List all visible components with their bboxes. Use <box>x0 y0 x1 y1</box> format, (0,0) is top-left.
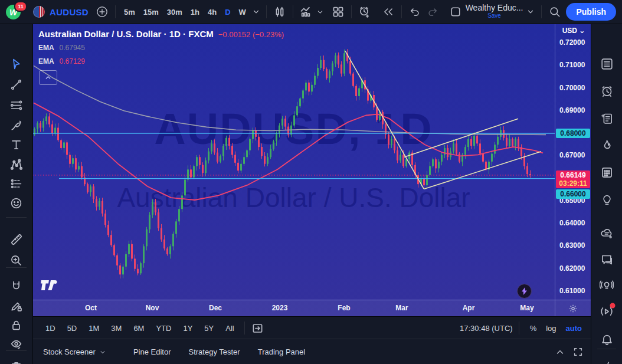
symbol-search-button[interactable]: AUDUSD <box>50 7 89 17</box>
account-menu-button[interactable]: W 11 <box>5 3 25 21</box>
publish-button[interactable]: Publish <box>566 3 616 21</box>
range-button-1m[interactable]: 1M <box>84 322 104 335</box>
price-axis[interactable]: USD ⌄ 0.720000.710000.700000.690000.6700… <box>555 24 591 300</box>
layout-menu-chevron[interactable] <box>524 3 537 21</box>
tool-lock-all[interactable] <box>6 316 27 334</box>
candle-body <box>110 235 112 245</box>
tool-emoji[interactable] <box>6 194 27 212</box>
range-button-6m[interactable]: 6M <box>129 322 149 335</box>
minds-button[interactable] <box>597 224 617 242</box>
ideas-stream-button[interactable] <box>597 276 617 294</box>
quick-search-button[interactable] <box>546 3 564 21</box>
layout-name-menu[interactable]: Wealthy Educ... Save <box>466 4 523 19</box>
timeframe-group: 5m15m30m1h4hDW <box>120 5 250 19</box>
range-button-1d[interactable]: 1D <box>41 322 60 335</box>
tradingview-logo[interactable] <box>41 280 58 293</box>
hotlists-button[interactable] <box>597 136 617 154</box>
range-button-all[interactable]: All <box>221 322 238 335</box>
timeframe-menu-button[interactable] <box>250 3 262 21</box>
go-to-date-button[interactable] <box>249 319 267 337</box>
layout-grid-button[interactable] <box>329 3 347 21</box>
candle-body <box>60 140 62 148</box>
candle-body <box>473 136 475 146</box>
create-alert-button[interactable] <box>356 3 374 21</box>
chart-title[interactable]: Australian Dollar / U.S. Dollar · 1D · F… <box>38 29 214 39</box>
tool-drawing-mode[interactable] <box>6 297 27 314</box>
range-button-3m[interactable]: 3M <box>106 322 126 335</box>
price-tick-label: 0.70000 <box>555 84 591 92</box>
log-scale-button[interactable]: log <box>541 322 561 335</box>
indicator-name: EMA <box>38 44 54 52</box>
tool-zoom-in[interactable] <box>6 251 27 269</box>
axis-corner-divider <box>555 300 555 316</box>
candlestick-icon <box>274 6 286 18</box>
footer-tab-trading-panel[interactable]: Trading Panel <box>258 347 305 356</box>
range-button-5y[interactable]: 5Y <box>199 322 218 335</box>
candle-body <box>243 157 245 163</box>
tool-remove-all[interactable] <box>6 358 27 364</box>
streams-button[interactable] <box>597 303 617 320</box>
indicator-row-ema1[interactable]: EMA 0.67945 <box>38 43 284 53</box>
footer-tab-pine-editor[interactable]: Pine Editor <box>133 347 171 356</box>
indicator-templates-button[interactable] <box>315 3 326 21</box>
range-button-5d[interactable]: 5D <box>63 322 82 335</box>
timeframe-button-W[interactable]: W <box>235 5 250 19</box>
tool-cursor[interactable] <box>6 55 27 73</box>
footer-tab-stock-screener[interactable]: Stock Screener <box>43 347 106 356</box>
chevron-down-icon <box>99 349 106 356</box>
timeframe-button-1h[interactable]: 1h <box>186 5 204 19</box>
notifications-button[interactable] <box>597 331 617 349</box>
range-button-1y[interactable]: 1Y <box>178 322 197 335</box>
timeframe-button-5m[interactable]: 5m <box>120 5 139 19</box>
indicators-button[interactable] <box>297 3 315 21</box>
tool-fib-retracement[interactable] <box>6 96 27 114</box>
legend-collapse-button[interactable] <box>39 70 57 85</box>
lock-icon <box>10 319 22 332</box>
watchlist-icon <box>600 57 614 71</box>
top-toolbar: W 11 AUDUSD 5m15m30m1h4hDW <box>0 0 622 24</box>
bar-countdown: 03:29:11 <box>556 179 590 188</box>
indicator-row-ema2[interactable]: EMA 0.67129 <box>38 57 284 67</box>
watchlist-button[interactable] <box>597 55 617 73</box>
auto-scale-button[interactable]: auto <box>561 322 587 335</box>
tool-text[interactable] <box>6 136 27 153</box>
journal-button[interactable] <box>597 109 617 127</box>
tool-magnet[interactable] <box>6 277 27 295</box>
percent-scale-button[interactable]: % <box>525 322 542 335</box>
timeframe-button-D[interactable]: D <box>221 5 234 19</box>
time-axis[interactable]: OctNovDec2023FebMarAprMay <box>32 300 591 316</box>
chat-button[interactable] <box>597 251 617 268</box>
bar-replay-button[interactable] <box>379 3 397 21</box>
candle-body <box>281 119 283 125</box>
save-layout-indicator[interactable] <box>447 3 464 21</box>
undo-button[interactable] <box>406 3 424 21</box>
alerts-button[interactable] <box>597 82 617 100</box>
chart-settings-button[interactable] <box>565 303 581 314</box>
maximize-panel-button[interactable] <box>551 343 569 361</box>
tool-trend-line[interactable] <box>6 76 27 93</box>
quick-trade-lightning-button[interactable] <box>517 284 532 299</box>
chart-pane[interactable]: AUDUSD, 1D Australian Dollar / U.S. Doll… <box>32 24 591 316</box>
ideas-button[interactable] <box>597 191 617 208</box>
price-axis-currency[interactable]: USD ⌄ <box>555 27 591 35</box>
candle-body <box>237 163 239 170</box>
collapse-panel-button[interactable] <box>597 357 617 364</box>
fullscreen-button[interactable] <box>569 343 587 361</box>
timeframe-button-15m[interactable]: 15m <box>139 5 163 19</box>
tool-xabcd-pattern[interactable] <box>6 156 27 173</box>
save-label[interactable]: Save <box>487 12 501 19</box>
calendar-button[interactable] <box>597 163 617 181</box>
compare-add-symbol-button[interactable] <box>93 3 111 21</box>
timeframe-button-4h[interactable]: 4h <box>204 5 221 19</box>
redo-button[interactable] <box>424 3 441 21</box>
timeframe-button-30m[interactable]: 30m <box>163 5 186 19</box>
range-button-ytd[interactable]: YTD <box>151 322 176 335</box>
tool-forecast[interactable] <box>6 175 27 192</box>
undo-arrow-icon <box>409 6 421 17</box>
tool-brush[interactable] <box>6 116 27 134</box>
tool-measure[interactable] <box>6 231 27 248</box>
chart-style-button[interactable] <box>271 3 289 21</box>
candle-body <box>113 245 115 255</box>
footer-tab-strategy-tester[interactable]: Strategy Tester <box>188 347 240 356</box>
clock-utc[interactable]: 17:30:48 (UTC) <box>460 324 513 333</box>
